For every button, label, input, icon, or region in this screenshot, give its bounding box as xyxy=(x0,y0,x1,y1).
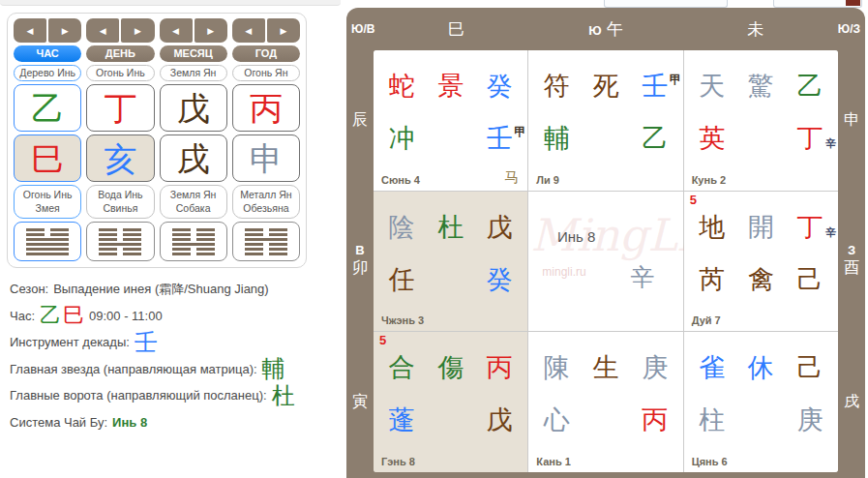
hour-stem-char: 乙 xyxy=(40,305,61,326)
grid-right-center: З 酉 xyxy=(838,191,865,331)
tab-month[interactable]: МЕСЯЦ xyxy=(160,45,227,62)
palace-kun2-mark-char: 辛 xyxy=(825,129,836,158)
palace-kan1-char: 丙 xyxy=(642,405,669,434)
tab-hour[interactable]: ЧАС xyxy=(14,45,81,62)
palace-center: MingLimingli.ruИнь 8辛 xyxy=(528,192,682,332)
star-label: Главная звезда (направляющая матрица): xyxy=(10,362,257,376)
prev-month-button[interactable]: ◀ xyxy=(160,18,193,43)
hexagram-year[interactable] xyxy=(232,222,300,261)
palace-xun4-char: 蛇 xyxy=(388,72,415,101)
palace-zhen3-char: 癸 xyxy=(486,265,513,294)
cutoff-input-left[interactable] xyxy=(604,0,728,8)
palace-dui7-char: 開 xyxy=(747,213,774,242)
decade-value-char: 壬 xyxy=(135,331,158,354)
watermark-url: mingli.ru xyxy=(542,265,585,279)
stem-hour[interactable]: 乙 xyxy=(14,84,81,132)
palace-zhen3-char: 戊 xyxy=(486,213,513,242)
next-year-button[interactable]: ▶ xyxy=(267,18,300,43)
grid-top-branch-3: 未 xyxy=(680,18,830,41)
grid-right-branch-3: 戌 xyxy=(838,332,865,472)
pillar-nav-month: ◀▶ xyxy=(160,18,227,43)
palace-li9-char: 輔 xyxy=(543,124,570,153)
hexagram-day[interactable] xyxy=(86,222,154,261)
hour-time: 09:00 - 11:00 xyxy=(89,309,163,323)
grid-left-branch-1: 辰 xyxy=(346,50,374,191)
palace-kun2-r2: 英丁辛 xyxy=(699,124,823,153)
branch-day[interactable]: 亥 xyxy=(86,134,154,182)
pillar-column-year: ◀▶ГОДОгонь Ян丙申Металл ЯнОбезьяна xyxy=(232,18,300,262)
palace-gen8-r1: 合傷丙 xyxy=(388,353,513,382)
pillar-column-month: ◀▶МЕСЯЦЗемля Ян戊戌Земля ЯнСобака xyxy=(160,18,227,262)
grid-top-center: Ю午 xyxy=(531,18,681,41)
palace-zhen3-label: Чжэнь 3 xyxy=(381,314,424,326)
palace-zhen3-r1: 陰杜戊 xyxy=(388,213,513,242)
grid-right-branch-1: 申 xyxy=(838,50,865,191)
palace-dui7-char: 芮 xyxy=(699,265,726,294)
palace-dui7-badge: 5 xyxy=(690,193,697,207)
stem-day[interactable]: 丁 xyxy=(86,84,154,132)
palace-gen8-label: Гэнь 8 xyxy=(381,456,415,467)
tab-day[interactable]: ДЕНЬ xyxy=(86,45,154,62)
palace-li9-label: Ли 9 xyxy=(536,174,559,186)
palace-kun2-r1: 天驚乙 xyxy=(699,72,823,101)
palace-kun2-label: Кунь 2 xyxy=(692,174,726,186)
palace-gen8-r2: 蓬戊 xyxy=(388,405,513,434)
palace-xun4-char: 壬甲 xyxy=(486,124,513,153)
palace-kan1-label: Кань 1 xyxy=(536,456,571,467)
palace-kun2-char: 乙 xyxy=(796,72,823,101)
grid-right-bar: 申 З 酉 戌 xyxy=(838,50,865,472)
grid-corner-topleft: Ю/В xyxy=(346,22,381,36)
element-label-hour: Дерево Инь xyxy=(14,65,81,81)
grid-left-branch-3: 寅 xyxy=(346,332,374,472)
next-day-button[interactable]: ▶ xyxy=(121,18,154,43)
palace-li9-char: 壬甲 xyxy=(642,72,669,101)
palace-kun2-char: 丁辛 xyxy=(796,124,823,153)
branch-hour[interactable]: 巳 xyxy=(14,134,81,182)
palace-dui7-char: 禽 xyxy=(747,265,774,294)
palace-xun4-r2: 冲壬甲 xyxy=(388,124,513,153)
tab-year[interactable]: ГОД xyxy=(232,45,300,62)
hexagram-hour[interactable] xyxy=(14,222,81,261)
palace-zhen3-empty-slot xyxy=(437,265,464,294)
next-month-button[interactable]: ▶ xyxy=(195,18,227,43)
palace-zhen3-r2: 任癸 xyxy=(388,265,513,294)
system-label: Система Чай Бу: xyxy=(10,415,107,430)
palace-xun4-empty-slot xyxy=(437,124,464,153)
palace-li9: 符死壬甲輔乙Ли 9 xyxy=(528,50,682,191)
palace-qian6-r1: 雀休己 xyxy=(699,353,823,382)
stem-year[interactable]: 丙 xyxy=(232,84,300,132)
cutoff-toolbar-strip xyxy=(0,0,341,6)
palace-qian6-r2: 柱庚 xyxy=(699,405,823,434)
animal-label-hour: Огонь ИньЗмея xyxy=(14,185,81,219)
gate-value-char: 杜 xyxy=(272,384,295,407)
pillar-column-hour: ◀▶ЧАСДерево Инь乙巳Огонь ИньЗмея xyxy=(14,18,81,262)
prev-day-button[interactable]: ◀ xyxy=(86,18,119,43)
palace-kun2-char: 英 xyxy=(699,124,726,153)
palace-li9-empty-slot xyxy=(592,124,619,153)
cutoff-input-right[interactable] xyxy=(773,0,862,8)
grid-left-bar: 辰 В 卯 寅 xyxy=(346,50,374,472)
palace-dui7-r1: 地開丁辛 xyxy=(699,213,823,242)
next-hour-button[interactable]: ▶ xyxy=(48,18,81,43)
branch-month[interactable]: 戌 xyxy=(160,134,227,182)
palace-grid: 蛇景癸冲壬甲Сюнь 4马符死壬甲輔乙Ли 9天驚乙英丁辛Кунь 2陰杜戊任癸… xyxy=(374,50,838,472)
palace-kan1-r2: 心丙 xyxy=(543,405,668,434)
season-line: Сезон: Выпадение инея (霜降/Shuang Jiang) xyxy=(10,276,295,303)
palace-zhen3-char: 任 xyxy=(388,265,415,294)
prev-year-button[interactable]: ◀ xyxy=(232,18,265,43)
pillar-panel: ◀▶ЧАСДерево Инь乙巳Огонь ИньЗмея◀▶ДЕНЬОгон… xyxy=(7,13,307,268)
stem-month[interactable]: 戊 xyxy=(160,84,227,132)
palace-xun4-label: Сюнь 4 xyxy=(381,174,420,186)
pillar-column-day: ◀▶ДЕНЬОгонь Инь丁亥Вода ИньСвинья xyxy=(86,18,154,262)
palace-xun4-char: 癸 xyxy=(486,72,513,101)
season-label: Сезон: xyxy=(10,282,48,296)
prev-hour-button[interactable]: ◀ xyxy=(14,18,46,43)
cutoff-dropdown-button[interactable] xyxy=(846,0,860,6)
palace-gen8: 5合傷丙蓬戊Гэнь 8 xyxy=(374,332,527,472)
grid-left-center: В 卯 xyxy=(346,191,374,331)
palace-gen8-char: 傷 xyxy=(437,353,464,382)
palace-li9-r1: 符死壬甲 xyxy=(543,72,668,101)
branch-year[interactable]: 申 xyxy=(232,134,300,182)
hexagram-month[interactable] xyxy=(160,222,227,261)
palace-dui7-char: 地 xyxy=(699,213,726,242)
